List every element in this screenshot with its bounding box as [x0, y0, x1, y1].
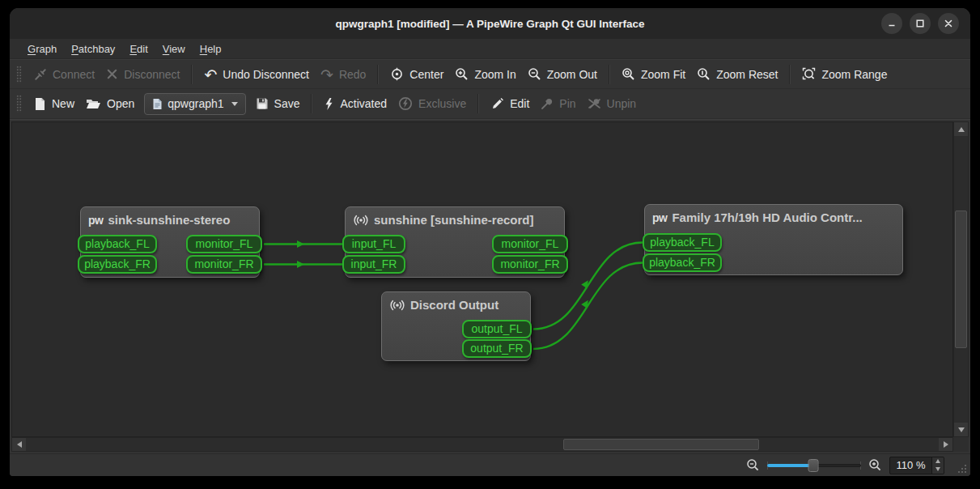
open-folder-icon: [86, 97, 101, 110]
zoom-in-button[interactable]: Zoom In: [449, 62, 521, 87]
port-output-fr[interactable]: output_FR: [462, 339, 532, 358]
save-button[interactable]: Save: [250, 91, 306, 116]
node-title: Discord Output: [410, 298, 498, 312]
menu-edit[interactable]: Edit: [122, 40, 155, 57]
port-input-fr[interactable]: input_FR: [342, 255, 405, 274]
port-monitor-fr[interactable]: monitor_FR: [492, 255, 568, 274]
maximize-button[interactable]: [910, 13, 931, 34]
toolbar-separator: [789, 65, 791, 84]
port-input-fl[interactable]: input_FL: [342, 235, 405, 253]
edit-button[interactable]: Edit: [485, 91, 535, 116]
scroll-right-button[interactable]: [939, 438, 952, 451]
activated-button[interactable]: Activated: [318, 91, 392, 116]
pin-button[interactable]: Pin: [535, 91, 581, 116]
stream-icon: [389, 299, 405, 312]
titlebar[interactable]: qpwgraph1 [modified] — A PipeWire Graph …: [10, 8, 970, 39]
zoom-range-button[interactable]: Zoom Range: [796, 62, 893, 87]
zoom-in-icon: [455, 67, 469, 81]
scroll-left-button[interactable]: [12, 438, 26, 451]
stream-icon: [353, 214, 369, 227]
port-output-fl[interactable]: output_FL: [462, 320, 532, 338]
spin-down-button[interactable]: [932, 466, 944, 474]
unpin-button[interactable]: Unpin: [582, 91, 643, 116]
node-title: sink-sunshine-stereo: [108, 213, 230, 227]
minimize-icon: [887, 19, 897, 28]
zoom-range-icon: [802, 67, 816, 81]
arrowhead-icon: [297, 240, 304, 248]
resize-grip[interactable]: [957, 463, 967, 474]
zoom-fit-icon: [622, 67, 635, 81]
horizontal-scroll-thumb[interactable]: [563, 439, 759, 450]
zoom-spinbox[interactable]: 110 %: [889, 457, 944, 474]
connect-button[interactable]: Connect: [28, 62, 100, 87]
menu-patchbay[interactable]: Patchbay: [64, 40, 122, 57]
graph-canvas-frame: pw sink-sunshine-stereo playback_FL play…: [10, 119, 970, 453]
spin-up-button[interactable]: [932, 457, 944, 466]
toolbar-separator: [377, 65, 379, 84]
redo-icon: ↷: [320, 68, 333, 81]
scrollbar-corner: [953, 437, 969, 452]
port-playback-fr[interactable]: playback_FR: [78, 255, 157, 274]
disconnect-button[interactable]: Disconnect: [100, 62, 185, 87]
pencil-icon: [490, 97, 504, 111]
zoom-out-icon: [528, 67, 541, 81]
minimize-button[interactable]: [881, 13, 902, 34]
redo-button[interactable]: ↷ Redo: [315, 62, 371, 87]
port-monitor-fr[interactable]: monitor_FR: [186, 255, 262, 274]
menu-view[interactable]: View: [155, 40, 193, 57]
new-button[interactable]: New: [28, 91, 80, 116]
menubar: Graph Patchbay Edit View Help: [10, 39, 970, 59]
scroll-down-button[interactable]: [954, 423, 968, 436]
zoom-out-button[interactable]: Zoom Out: [522, 62, 603, 87]
node-title: sunshine [sunshine-record]: [374, 213, 534, 227]
disconnect-icon: [106, 68, 118, 80]
connections-layer: [12, 122, 953, 437]
undo-disconnect-button[interactable]: ↶ Undo Disconnect: [198, 62, 315, 87]
toolbar-patchbay: New Open qpwgraph1: [10, 89, 970, 119]
open-button[interactable]: Open: [80, 91, 140, 116]
exclusive-button[interactable]: Exclusive: [392, 91, 472, 116]
port-monitor-fl[interactable]: monitor_FL: [492, 235, 568, 253]
bolt-icon: [324, 97, 334, 111]
arrow-up-icon: [935, 459, 940, 463]
close-icon: [944, 19, 953, 28]
zoom-fit-button[interactable]: Zoom Fit: [616, 62, 691, 87]
slider-fill: [767, 464, 813, 467]
session-selector[interactable]: qpwgraph1: [144, 93, 245, 115]
arrowhead-icon: [297, 261, 304, 268]
center-button[interactable]: Center: [384, 62, 449, 87]
maximize-icon: [915, 19, 925, 28]
port-playback-fl[interactable]: playback_FL: [643, 233, 722, 252]
zoom-out-icon[interactable]: [746, 458, 760, 472]
arrow-left-icon: [17, 441, 22, 448]
port-monitor-fl[interactable]: monitor_FL: [186, 235, 262, 253]
menu-help[interactable]: Help: [193, 40, 229, 57]
toolbar-separator: [191, 65, 193, 84]
slider-handle[interactable]: [808, 459, 818, 472]
arrow-down-icon: [935, 467, 940, 471]
zoom-reset-button[interactable]: Zoom Reset: [691, 62, 783, 87]
menu-graph[interactable]: Graph: [20, 40, 64, 57]
close-button[interactable]: [938, 13, 959, 34]
connect-icon: [34, 68, 47, 81]
vertical-scrollbar[interactable]: [953, 121, 969, 437]
new-file-icon: [34, 97, 46, 111]
vertical-scroll-thumb[interactable]: [955, 210, 967, 348]
window-controls: [881, 13, 959, 34]
toolbar-separator: [609, 65, 610, 84]
arrow-right-icon: [944, 441, 948, 448]
zoom-slider[interactable]: [767, 458, 861, 473]
arrow-up-icon: [958, 127, 965, 132]
port-playback-fr[interactable]: playback_FR: [643, 253, 722, 272]
toolbar-drag-handle[interactable]: [16, 95, 22, 113]
unpin-icon: [588, 97, 601, 110]
horizontal-scrollbar[interactable]: [11, 437, 953, 452]
port-playback-fl[interactable]: playback_FL: [78, 235, 157, 253]
zoom-in-icon[interactable]: [868, 458, 882, 472]
graph-canvas[interactable]: pw sink-sunshine-stereo playback_FL play…: [11, 121, 953, 437]
scroll-up-button[interactable]: [954, 122, 968, 136]
toolbar-drag-handle[interactable]: [16, 66, 22, 83]
pin-icon: [541, 97, 554, 110]
chevron-down-icon: [231, 102, 238, 106]
toolbar-separator: [477, 94, 479, 113]
